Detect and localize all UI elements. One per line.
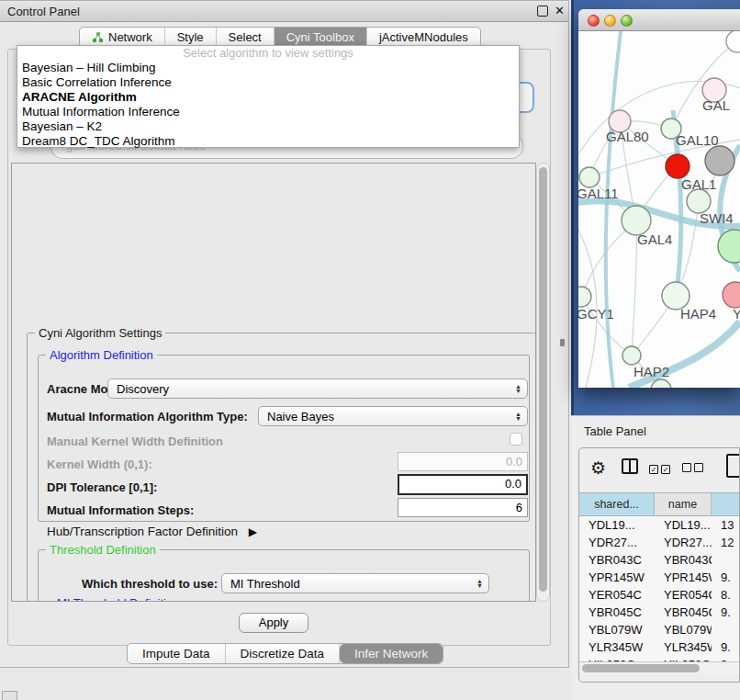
network-node-gcy1[interactable] [578, 287, 591, 307]
cyni-bottom-tabbar: Impute DataDiscretize DataInfer Network [127, 643, 443, 664]
node-label-gal10: GAL10 [676, 132, 719, 148]
threshold-definition-title: Threshold Definition [46, 543, 160, 557]
aracne-mode-combobox[interactable]: Discovery ▲▼ [107, 378, 528, 399]
tab-style[interactable]: Style [165, 28, 217, 47]
combo-stepper-icon: ▲▼ [510, 412, 521, 422]
table-cell: 9. [712, 604, 740, 621]
apply-button[interactable]: Apply [239, 613, 308, 633]
panel-splitter-handle[interactable] [560, 339, 565, 346]
algorithm-option[interactable]: ARACNE Algorithm [17, 90, 519, 105]
settings-scrollbar[interactable] [536, 163, 550, 602]
hub-definition-expander[interactable]: Hub/Transcription Factor Definition ▶ [47, 525, 257, 538]
algorithm-dropdown-popup: Select algorithm to view settings Bayesi… [17, 45, 520, 148]
tab-cyni-toolbox[interactable]: Cyni Toolbox [275, 28, 367, 47]
tab-jactivemnodules[interactable]: jActiveMNodules [367, 28, 480, 47]
network-node[interactable] [666, 154, 690, 178]
node-label-swi4: SWI4 [700, 210, 734, 226]
settings-scroll-viewport: Cyni Algorithm Settings Algorithm Defini… [11, 163, 536, 602]
tab-infer-network[interactable]: Infer Network [340, 644, 443, 663]
node-label-hap2: HAP2 [633, 364, 669, 379]
mi-steps-field[interactable]: 6 [398, 498, 528, 517]
split-view-icon[interactable] [622, 458, 638, 474]
node-label-hap4: HAP4 [680, 306, 716, 322]
table-cell: YDR27... [655, 534, 712, 551]
table-cell: 9. [712, 638, 740, 656]
table-cell: YER054C [655, 586, 712, 604]
node-label-gal1: GAL1 [681, 176, 716, 192]
table-panel-title: Table Panel [584, 424, 646, 438]
mi-type-label: Mutual Information Algorithm Type: [47, 410, 248, 423]
tab-label: Network [108, 28, 152, 47]
algorithm-option[interactable]: Bayesian – K2 [17, 119, 519, 134]
algorithm-option[interactable]: Basic Correlation Inference [17, 75, 519, 90]
table-cell: YBL079W [655, 621, 712, 638]
table-row[interactable]: YPR145WYPR145W9. [579, 569, 740, 586]
close-traffic-light[interactable] [588, 15, 600, 27]
table-row[interactable]: YBR045CYBR045C9. [579, 604, 740, 621]
network-node-y[interactable] [723, 282, 740, 308]
mi-type-value: Naive Bayes [267, 410, 334, 423]
node-label-gcy1: GCY1 [578, 306, 614, 322]
table-cell: YBR045C [579, 604, 655, 621]
settings-scroll-thumb[interactable] [539, 167, 547, 592]
table-row[interactable]: YER054CYER054C8. [579, 586, 740, 604]
kernel-width-field[interactable]: 0.0 [398, 452, 528, 471]
manual-kernel-checkbox[interactable] [510, 433, 522, 446]
minimize-traffic-light[interactable] [604, 15, 616, 27]
network-node[interactable] [705, 146, 734, 175]
mi-threshold-title: MI Threshold Definition [53, 596, 183, 602]
tab-label: Style [177, 28, 204, 47]
tab-impute-data[interactable]: Impute Data [128, 644, 226, 663]
table-row[interactable]: YLR345WYLR345W9. [579, 638, 740, 656]
column-header-name[interactable]: name [655, 492, 712, 516]
table-cell: YBL079W [579, 621, 655, 638]
table-toolbar: ⚙ ✓✓ [579, 448, 739, 492]
algorithm-option[interactable]: Mutual Information Inference [17, 105, 519, 119]
dpi-tolerance-field[interactable]: 0.0 [398, 474, 528, 495]
network-window-titlebar[interactable] [578, 9, 740, 31]
table-header-row: shared... name A [579, 492, 740, 516]
algorithm-option[interactable]: Bayesian – Hill Climbing [17, 61, 519, 75]
table-cell: YER054C [579, 586, 655, 604]
network-canvas[interactable]: GALGAL80GAL10GAL1GAL11SWI4GAL4GCY1HAP4YH… [578, 31, 740, 388]
table-row[interactable]: YDL19...YDL19...13 [579, 516, 740, 534]
tab-discretize-data[interactable]: Discretize Data [226, 644, 341, 663]
close-icon[interactable]: ✕ [555, 4, 565, 18]
select-columns-checked-icon[interactable]: ✓✓ [649, 461, 673, 475]
control-panel: Control Panel ✕ NetworkStyleSelectCyni T… [0, 0, 569, 668]
column-header-shared-name[interactable]: shared... [579, 492, 655, 516]
gear-icon[interactable]: ⚙ [590, 457, 606, 479]
which-threshold-label: Which threshold to use: [82, 577, 218, 591]
zoom-traffic-light[interactable] [621, 15, 633, 27]
table-cell: YDL19... [655, 516, 712, 534]
table-cell: 12 [712, 534, 740, 551]
select-columns-unchecked-icon[interactable] [682, 461, 706, 475]
algorithm-option[interactable]: Dream8 DC_TDC Algorithm [17, 134, 519, 149]
node-label-gal: GAL [702, 97, 730, 113]
node-label-gal4: GAL4 [637, 231, 672, 247]
table-horizontal-scrollbar[interactable] [579, 661, 740, 674]
table-row[interactable]: YBR043CYBR043C [579, 551, 740, 569]
network-node-hap2[interactable] [622, 346, 641, 365]
node-label-y: Y [733, 306, 740, 322]
tab-network[interactable]: Network [80, 28, 165, 47]
document-icon[interactable] [726, 454, 740, 478]
table-row[interactable]: YBL079WYBL079W [579, 621, 740, 638]
minimized-panel-icon[interactable] [2, 691, 17, 700]
table-row[interactable]: YDR27...YDR27...12 [579, 534, 740, 551]
column-header-partial[interactable]: A [712, 492, 740, 516]
mi-type-combobox[interactable]: Naive Bayes ▲▼ [258, 406, 528, 426]
which-threshold-combobox[interactable]: MI Threshold ▲▼ [221, 573, 489, 593]
tab-select[interactable]: Select [217, 28, 275, 47]
combo-stepper-icon: ▲▼ [471, 579, 483, 589]
network-view-window: GALGAL80GAL10GAL1GAL11SWI4GAL4GCY1HAP4YH… [578, 9, 740, 388]
network-node[interactable] [726, 31, 740, 52]
table-scroll-thumb[interactable] [582, 664, 700, 672]
node-table-box: ⚙ ✓✓ shared... name A YDL19...YDL19...13… [578, 447, 740, 683]
network-node-gal11[interactable] [579, 167, 600, 187]
algorithm-dropdown-placeholder: Select algorithm to view settings [17, 46, 519, 61]
tab-label: Select [229, 28, 262, 47]
table-cell [712, 621, 740, 638]
float-window-icon[interactable] [537, 6, 548, 17]
table-cell: YLR345W [655, 638, 712, 656]
